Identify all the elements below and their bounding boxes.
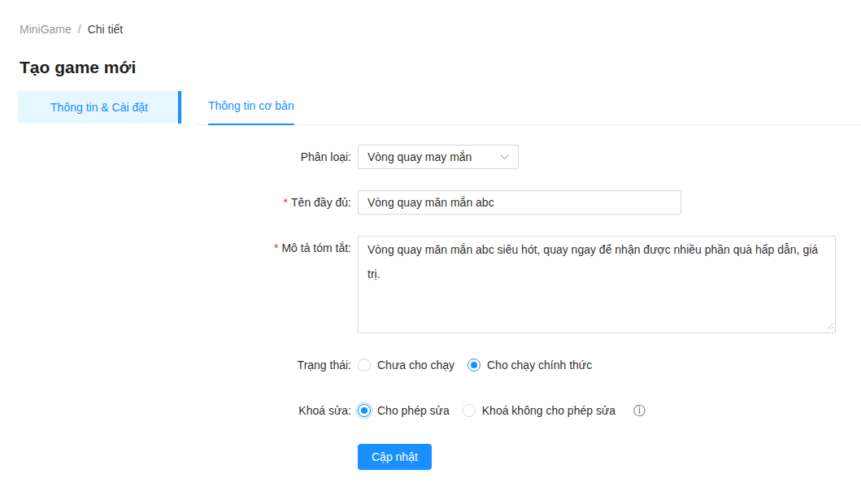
radio-label-lock-edit[interactable]: Khoá không cho phép sửa — [482, 402, 615, 419]
settings-side-tabs: Thông tin & Cài đặt — [18, 88, 181, 127]
form-row-category: Phân loại: Vòng quay may mắn — [0, 145, 519, 169]
tab-basic-info[interactable]: Thông tin cơ bản — [208, 88, 294, 125]
content-tab-bar: Thông tin cơ bản — [195, 88, 861, 125]
active-side-tab-indicator — [178, 91, 181, 124]
full-name-label: *Tên đầy đủ: — [0, 190, 358, 215]
radio-label-allow-edit[interactable]: Cho phép sửa — [377, 402, 450, 419]
form-row-status: Trạng thái: Chưa cho chạy Cho chạy chính… — [0, 357, 605, 373]
required-mark: * — [274, 241, 278, 254]
chevron-down-icon — [500, 153, 509, 162]
summary-label: *Mô tả tóm tắt: — [0, 236, 358, 260]
breadcrumb: MiniGame/Chi tiết — [20, 20, 123, 38]
breadcrumb-separator: / — [78, 23, 81, 36]
edit-lock-label: Khoá sửa: — [0, 402, 358, 419]
full-name-label-text: Tên đầy đủ: — [291, 196, 351, 209]
radio-label-not-running[interactable]: Chưa cho chạy — [377, 357, 454, 373]
full-name-input[interactable] — [358, 190, 681, 215]
required-mark: * — [284, 196, 288, 209]
breadcrumb-item-minigame[interactable]: MiniGame — [20, 23, 72, 36]
radio-label-run-official[interactable]: Cho chạy chính thức — [487, 357, 592, 373]
category-label: Phân loại: — [0, 145, 358, 169]
page-title: Tạo game mới — [20, 56, 136, 78]
edit-lock-radio-group: Cho phép sửa Khoá không cho phép sửa ⓘ — [358, 402, 646, 419]
radio-option-not-running[interactable]: Chưa cho chạy — [358, 357, 454, 373]
radio-option-lock-edit[interactable]: Khoá không cho phép sửa — [463, 402, 615, 419]
summary-textarea[interactable]: Vòng quay măn mắn abc siêu hót, quay nga… — [358, 236, 836, 333]
category-select[interactable]: Vòng quay may mắn — [358, 145, 519, 169]
radio-icon-not-running[interactable] — [358, 358, 371, 371]
radio-option-run-official[interactable]: Cho chạy chính thức — [467, 357, 592, 373]
breadcrumb-item-detail: Chi tiết — [88, 23, 124, 36]
update-button[interactable]: Cập nhật — [358, 444, 432, 470]
radio-icon-lock-edit[interactable] — [463, 404, 476, 417]
form-row-edit-lock: Khoá sửa: Cho phép sửa Khoá không cho ph… — [0, 402, 646, 419]
radio-option-allow-edit[interactable]: Cho phép sửa — [358, 402, 450, 419]
status-label: Trạng thái: — [0, 357, 358, 373]
radio-icon-allow-edit[interactable] — [358, 404, 371, 417]
radio-icon-run-official[interactable] — [467, 358, 481, 371]
category-select-value: Vòng quay may mắn — [367, 150, 472, 163]
create-game-page: { "breadcrumb": { "separator": "/", "ite… — [0, 0, 861, 504]
side-tab-label: Thông tin & Cài đặt — [50, 101, 148, 114]
summary-textarea-wrap: Vòng quay măn mắn abc siêu hót, quay nga… — [358, 236, 836, 333]
form-row-summary: *Mô tả tóm tắt: Vòng quay măn mắn abc si… — [0, 236, 836, 333]
summary-label-text: Mô tả tóm tắt: — [281, 241, 351, 254]
form-row-full-name: *Tên đầy đủ: — [0, 190, 681, 215]
status-radio-group: Chưa cho chạy Cho chạy chính thức — [358, 357, 605, 373]
info-circle-icon[interactable]: ⓘ — [633, 402, 646, 419]
side-tab-info-settings[interactable]: Thông tin & Cài đặt — [18, 91, 180, 124]
